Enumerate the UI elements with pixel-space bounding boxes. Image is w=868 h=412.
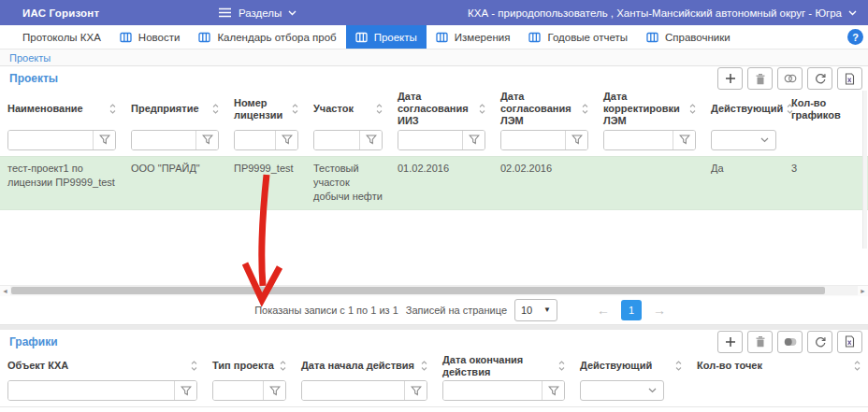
scrollbar-track[interactable] [10, 286, 858, 295]
prev-page-button[interactable]: ← [597, 303, 610, 318]
sort-icon[interactable] [479, 103, 485, 115]
filter-funnel-button[interactable] [404, 381, 427, 400]
sort-icon[interactable] [109, 103, 116, 115]
column-header[interactable]: Предприятие [123, 91, 226, 128]
projects-toolbar [717, 67, 862, 90]
scroll-left-icon[interactable]: ◄ [0, 288, 10, 294]
filter-input[interactable] [132, 131, 195, 149]
breadcrumb-item[interactable]: Проекты [9, 52, 51, 64]
column-header[interactable]: Дата начала действия [294, 354, 435, 378]
column-header-label: Действующий [711, 103, 783, 115]
filter-input[interactable] [604, 131, 673, 149]
sort-icon[interactable] [689, 103, 696, 115]
sections-menu-button[interactable]: Разделы [218, 7, 297, 19]
refresh-button[interactable] [807, 331, 832, 353]
filter-input[interactable] [398, 131, 462, 149]
filter-select[interactable] [580, 380, 664, 401]
column-header[interactable]: Участок [306, 91, 390, 128]
table-columns-icon [355, 32, 368, 43]
nav-tab[interactable]: Измерения [427, 25, 520, 49]
column-filter [603, 130, 696, 150]
sort-icon[interactable] [582, 103, 588, 115]
filter-input[interactable] [8, 381, 174, 400]
filter-input[interactable] [235, 131, 275, 149]
sort-icon[interactable] [292, 103, 298, 115]
filter-input[interactable] [8, 131, 93, 149]
column-header[interactable]: Действующий [703, 91, 784, 128]
column-header[interactable]: Дата корректировки ЛЭМ [596, 91, 703, 128]
filter-input[interactable] [501, 131, 565, 149]
delete-button[interactable] [747, 331, 773, 353]
nav-tab[interactable]: Протоколы КХА [13, 25, 110, 49]
add-button[interactable] [717, 67, 743, 90]
column-header[interactable]: Объект КХА [0, 354, 205, 378]
filter-funnel-button[interactable] [565, 131, 587, 149]
nav-tab[interactable]: Новости [110, 25, 190, 49]
column-header[interactable]: Наименование [0, 91, 123, 128]
toggle-button[interactable] [777, 331, 803, 353]
filter-select[interactable] [711, 130, 776, 150]
filter-input[interactable] [213, 381, 263, 400]
nav-tab[interactable]: Годовые отчеты [519, 25, 637, 49]
column-header[interactable]: Кол-во точек [689, 354, 868, 378]
nav-tab[interactable]: Справочники [637, 25, 740, 49]
project-name-link[interactable]: тест-проект1 по лицензии ПР9999_test [0, 157, 123, 209]
filter-input[interactable] [443, 381, 542, 400]
user-context-menu[interactable]: КХА - природопользователь , Ханты-Мансий… [468, 7, 857, 19]
column-header[interactable]: Тип проекта [205, 354, 294, 378]
scrollbar-thumb[interactable] [11, 287, 825, 294]
export-excel-button[interactable] [837, 331, 862, 353]
charts-rows: Донные отложения ЛЭМ 04.01.2017 Да 1 Поч… [0, 407, 868, 412]
nav-tab[interactable]: Проекты [346, 25, 427, 49]
project-approved-lem: 02.02.2016 [493, 157, 596, 209]
column-filter [234, 130, 298, 150]
filter-funnel-button[interactable] [542, 381, 564, 400]
page-size-label: Записей на странице [406, 305, 507, 316]
sort-icon[interactable] [376, 103, 383, 115]
filter-cell [390, 128, 493, 156]
delete-button[interactable] [747, 67, 773, 90]
refresh-button[interactable] [807, 67, 832, 90]
sort-icon[interactable] [675, 360, 682, 372]
sort-icon[interactable] [421, 360, 427, 372]
vertical-scrollbar[interactable] [862, 91, 867, 249]
filter-input[interactable] [314, 131, 359, 149]
column-header[interactable]: Номер лицензии [226, 91, 306, 128]
column-header[interactable]: Действующий [572, 354, 689, 378]
sort-icon[interactable] [854, 360, 861, 372]
help-button[interactable]: ? [847, 29, 863, 45]
filter-funnel-button[interactable] [673, 131, 695, 149]
filter-funnel-button[interactable] [275, 131, 297, 149]
filter-cell [306, 128, 390, 156]
column-header-label: Тип проекта [212, 360, 274, 372]
column-header[interactable]: Дата окончания действия [435, 354, 572, 378]
filter-funnel-button[interactable] [263, 381, 285, 400]
filter-cell [689, 378, 868, 406]
filter-funnel-button[interactable] [462, 131, 485, 149]
filter-funnel-button[interactable] [174, 381, 196, 400]
scroll-right-icon[interactable]: ► [858, 288, 868, 294]
page-1-button[interactable]: 1 [621, 300, 642, 320]
filter-cell [123, 128, 226, 156]
nav-tab[interactable]: Календарь отбора проб [189, 25, 345, 49]
filter-input[interactable] [302, 381, 404, 400]
filter-funnel-button[interactable] [195, 131, 218, 149]
app-title: ИАС Горизонт [22, 7, 99, 19]
next-page-button[interactable]: → [653, 303, 666, 318]
filter-funnel-button[interactable] [93, 131, 115, 149]
export-excel-button[interactable] [837, 67, 862, 90]
column-header[interactable]: Дата согласования ЛЭМ [493, 91, 596, 128]
filter-funnel-button[interactable] [359, 131, 382, 149]
toggle-button[interactable] [777, 67, 803, 90]
column-header[interactable]: Дата согласования ИИЗ [390, 91, 493, 128]
sort-icon[interactable] [558, 360, 565, 372]
column-header[interactable]: Кол-во графиков [784, 91, 868, 128]
project-approved-iiz: 01.02.2016 [390, 157, 493, 209]
add-button[interactable] [717, 331, 743, 353]
chart-row[interactable]: Донные отложения ЛЭМ 04.01.2017 Да 1 [0, 407, 868, 412]
sort-icon[interactable] [212, 103, 219, 115]
page-size-select[interactable]: 10 ▼ [514, 299, 557, 321]
sort-icon[interactable] [191, 360, 197, 372]
sort-icon[interactable] [280, 360, 286, 372]
project-row[interactable]: тест-проект1 по лицензии ПР9999_test ООО… [0, 156, 868, 210]
